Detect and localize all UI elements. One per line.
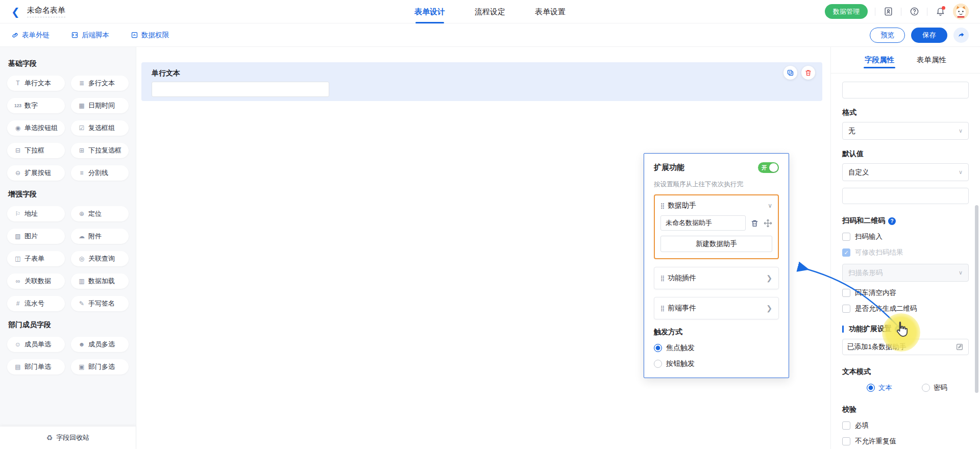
checkbox-unchecked[interactable] — [842, 233, 850, 241]
share-button[interactable] — [953, 28, 969, 43]
qr-allow-checkbox-row[interactable]: 是否允许生成二维码 — [842, 304, 969, 313]
inspector-scrollbar[interactable] — [975, 205, 978, 393]
field-pill[interactable]: ⊕ 定位 — [71, 206, 129, 221]
tab-form-setting[interactable]: 表单设置 — [535, 0, 566, 23]
field-pill[interactable]: ▦ 日期时间 — [71, 98, 129, 113]
backend-script-link[interactable]: 后端脚本 — [71, 31, 109, 40]
radio-unselected[interactable] — [922, 384, 930, 392]
field-name-input[interactable] — [842, 82, 969, 98]
form-designer-app: ❮ 未命名表单 表单设计 流程设定 表单设置 数据管理 — [0, 0, 980, 449]
field-pill[interactable]: ☑ 复选框组 — [71, 120, 129, 136]
data-permission-link[interactable]: 数据权限 — [131, 31, 169, 40]
field-pill[interactable]: ☺ 成员单选 — [7, 337, 65, 352]
field-pill[interactable]: 123 数字 — [7, 98, 65, 113]
field-pill-label: 多行文本 — [88, 79, 115, 88]
radio-unselected[interactable] — [654, 360, 662, 368]
enter-clear-checkbox-row[interactable]: 回车清空内容 — [842, 288, 969, 297]
tab-form-design[interactable]: 表单设计 — [414, 0, 445, 23]
form-toolbar: 表单外链 后端脚本 数据权限 预览 保存 — [0, 23, 980, 47]
field-pill[interactable]: ≣ 多行文本 — [71, 76, 129, 91]
tab-field-properties[interactable]: 字段属性 — [865, 47, 894, 73]
checkbox-unchecked[interactable] — [842, 289, 850, 297]
field-pill-icon: ☑ — [77, 124, 86, 132]
new-data-assistant-button[interactable]: 新建数据助手 — [660, 236, 772, 252]
drag-handle-icon[interactable]: ⣿ — [660, 203, 664, 209]
duplicate-field-button[interactable] — [783, 66, 797, 80]
extension-toggle-on[interactable]: 开 — [758, 162, 779, 173]
field-pill[interactable]: ☻ 成员多选 — [71, 337, 129, 352]
field-pill[interactable]: ▤ 部门单选 — [7, 359, 65, 375]
help-icon[interactable] — [909, 6, 920, 17]
field-pill[interactable]: ◫ 子表单 — [7, 251, 65, 266]
field-pill[interactable]: ∞ 关联数据 — [7, 273, 65, 289]
format-select[interactable]: 无 ∨ — [842, 122, 969, 140]
data-manage-button[interactable]: 数据管理 — [825, 4, 868, 19]
notification-bell-icon[interactable] — [935, 6, 946, 17]
field-pill[interactable]: ⚐ 地址 — [7, 206, 65, 221]
field-pill-icon: ◎ — [77, 255, 86, 262]
text-mode-title: 文本模式 — [842, 367, 969, 377]
field-pill[interactable]: ▧ 图片 — [7, 229, 65, 244]
assistant-name-input[interactable]: 未命名数据助手 — [660, 215, 746, 231]
required-checkbox-row[interactable]: 必填 — [842, 421, 969, 430]
preview-button[interactable]: 预览 — [870, 28, 905, 43]
focus-trigger-option[interactable]: 焦点触发 — [654, 343, 779, 353]
user-avatar[interactable] — [953, 4, 969, 19]
field-pill[interactable]: ◎ 关联查询 — [71, 251, 129, 266]
extension-summary-input[interactable]: 已添加1条数据助手 — [842, 339, 969, 355]
checkbox-unchecked[interactable] — [842, 305, 850, 313]
radio-selected[interactable] — [654, 344, 662, 352]
field-pill[interactable]: ◉ 单选按钮组 — [7, 120, 65, 136]
back-icon[interactable]: ❮ — [11, 7, 20, 17]
field-pill[interactable]: ▥ 数据加载 — [71, 273, 129, 289]
no-duplicate-checkbox-row[interactable]: 不允许重复值 — [842, 437, 969, 446]
edit-icon[interactable] — [955, 343, 964, 351]
save-button[interactable]: 保存 — [911, 28, 947, 43]
frontend-event-card[interactable]: ⣿ 前端事件 ❯ — [654, 297, 779, 319]
selected-field-card[interactable]: 单行文本 — [141, 62, 822, 101]
field-pill[interactable]: ✎ 手写签名 — [71, 296, 129, 311]
field-pill-icon: ☺ — [13, 341, 22, 348]
checkbox-unchecked[interactable] — [842, 437, 850, 445]
delete-field-button[interactable] — [801, 66, 815, 80]
function-plugin-card[interactable]: ⣿ 功能插件 ❯ — [654, 267, 779, 289]
chevron-collapse-icon[interactable]: ∨ — [768, 202, 772, 209]
delete-assistant-icon[interactable] — [750, 219, 759, 228]
tab-form-properties[interactable]: 表单属性 — [917, 47, 946, 73]
field-pill-icon: ▣ — [77, 363, 86, 370]
field-pill[interactable]: ≡ 分割线 — [71, 165, 129, 181]
scan-editable-checkbox-row[interactable]: ✓ 可修改扫码结果 — [842, 248, 969, 257]
contacts-icon[interactable] — [883, 6, 894, 17]
tab-flow-setting[interactable]: 流程设定 — [475, 0, 505, 23]
field-pill[interactable]: ⊞ 下拉复选框 — [71, 143, 129, 158]
field-pill-icon: ◫ — [13, 255, 22, 262]
radio-selected[interactable] — [867, 384, 875, 392]
field-pill[interactable]: # 流水号 — [7, 296, 65, 311]
field-pill-icon: ☻ — [77, 341, 86, 348]
divider — [901, 8, 901, 16]
field-text-input[interactable] — [152, 82, 329, 97]
drag-handle-icon[interactable]: ⣿ — [660, 276, 664, 281]
field-pill[interactable]: ⊟ 下拉框 — [7, 143, 65, 158]
field-pill[interactable]: ☁ 附件 — [71, 229, 129, 244]
help-icon[interactable]: ? — [895, 326, 902, 333]
checkbox-unchecked[interactable] — [842, 421, 850, 430]
text-mode-text-option[interactable]: 文本 — [867, 383, 892, 392]
default-value-select[interactable]: 自定义 ∨ — [842, 163, 969, 181]
field-pill-icon: ≡ — [77, 169, 86, 177]
data-assistant-header[interactable]: ⣿ 数据助手 ∨ — [660, 201, 772, 210]
form-external-link[interactable]: 表单外链 — [11, 31, 50, 40]
button-trigger-option[interactable]: 按钮触发 — [654, 359, 779, 368]
field-pill[interactable]: ▣ 部门多选 — [71, 359, 129, 375]
help-icon[interactable]: ? — [888, 217, 896, 225]
form-title[interactable]: 未命名表单 — [27, 6, 65, 17]
text-mode-password-option[interactable]: 密码 — [922, 383, 947, 392]
drag-handle-icon[interactable]: ⣿ — [660, 306, 664, 311]
field-pill-label: 部门单选 — [24, 362, 51, 371]
field-pill[interactable]: T 单行文本 — [7, 76, 65, 91]
move-assistant-icon[interactable] — [764, 219, 772, 228]
custom-default-input[interactable] — [842, 188, 969, 204]
field-pill[interactable]: ⊖ 扩展按钮 — [7, 165, 65, 181]
field-recycle-bin[interactable]: ♻ 字段回收站 — [0, 427, 136, 449]
scan-input-checkbox-row[interactable]: 扫码输入 — [842, 232, 969, 241]
